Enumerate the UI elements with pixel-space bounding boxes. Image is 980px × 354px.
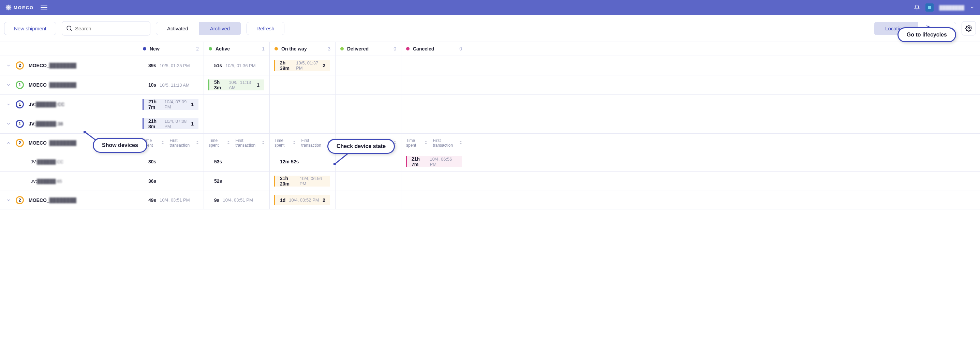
search-field[interactable] bbox=[62, 21, 150, 35]
toolbar: New shipment Activated Archived Refresh … bbox=[0, 15, 980, 42]
expand-icon[interactable] bbox=[6, 140, 11, 145]
time-spent: 21h 8m bbox=[148, 118, 161, 129]
timestamp: 10/4, 03:52 PM bbox=[289, 198, 319, 203]
status-badge: 1 bbox=[16, 81, 24, 89]
username: ████████ bbox=[939, 5, 964, 10]
expand-icon[interactable] bbox=[6, 83, 11, 87]
status-badge: 2 bbox=[16, 196, 24, 204]
device-row: JV:██████:65 36s 52s 21h 20m 10/4, 06:56… bbox=[0, 172, 980, 191]
top-nav: MOECO ████████ bbox=[0, 0, 980, 15]
tab-activated[interactable]: Activated bbox=[156, 22, 199, 35]
sort-time-spent[interactable]: Time spent bbox=[406, 138, 427, 148]
shipment-name[interactable]: MOECO_████████ bbox=[29, 82, 76, 88]
timestamp: 10/4, 07:08 PM bbox=[164, 119, 188, 129]
cell-count: 2 bbox=[323, 63, 325, 68]
callout-lifecycles: Go to lifecycles bbox=[897, 27, 956, 42]
time-spent: 10s bbox=[148, 82, 156, 88]
notifications-icon[interactable] bbox=[914, 5, 920, 11]
settings-button[interactable] bbox=[962, 21, 976, 35]
column-on-the-way[interactable]: On the way 3 bbox=[269, 42, 335, 56]
time-spent: 49s bbox=[148, 198, 156, 203]
time-spent: 9s bbox=[214, 198, 220, 203]
sort-first-transaction[interactable]: First transaction bbox=[235, 138, 265, 148]
time-spent: 36s bbox=[148, 179, 156, 184]
table-row: 1 MOECO_████████ 10s 10/5, 11:13 AM 5h 3… bbox=[0, 75, 980, 95]
timestamp: 10/5, 01:35 PM bbox=[159, 63, 189, 68]
dot-icon bbox=[340, 47, 344, 51]
dot-icon bbox=[209, 47, 212, 51]
svg-point-4 bbox=[968, 28, 970, 29]
expand-icon[interactable] bbox=[6, 63, 11, 68]
timestamp: 10/5, 01:37 PM bbox=[296, 61, 319, 70]
time-spent: 21h 7m bbox=[148, 99, 161, 110]
timestamp: 10/4, 03:51 PM bbox=[223, 198, 253, 203]
cell-count: 1 bbox=[191, 121, 194, 126]
timestamp: 10/5, 11:13 AM bbox=[159, 83, 189, 88]
status-filter: Activated Archived bbox=[156, 22, 241, 35]
refresh-button[interactable]: Refresh bbox=[247, 22, 285, 35]
column-active[interactable]: Active 1 bbox=[204, 42, 269, 56]
shipment-name[interactable]: MOECO_████████ bbox=[29, 63, 76, 68]
avatar[interactable] bbox=[926, 3, 934, 11]
callout-show-devices: Show devices bbox=[93, 138, 147, 153]
sort-time-spent[interactable]: Time spent bbox=[209, 138, 230, 148]
time-spent: 12m 52s bbox=[280, 159, 299, 164]
status-badge: 1 bbox=[16, 100, 24, 108]
chevron-down-icon[interactable] bbox=[970, 5, 975, 10]
table-row: 2 MOECO_████████ 49s 10/4, 03:51 PM 9s 1… bbox=[0, 191, 980, 209]
svg-line-3 bbox=[71, 29, 72, 30]
shipment-name[interactable]: MOECO_████████ bbox=[29, 140, 76, 146]
cell-count: 1 bbox=[257, 82, 259, 88]
column-canceled[interactable]: Canceled 0 bbox=[401, 42, 467, 56]
timestamp: 10/4, 07:09 PM bbox=[164, 99, 188, 110]
shipment-name[interactable]: JV:██████:CC bbox=[29, 102, 64, 107]
search-icon bbox=[66, 25, 72, 31]
shipment-name[interactable]: JV:██████:38 bbox=[29, 121, 63, 126]
svg-rect-1 bbox=[928, 6, 931, 9]
status-badge: 2 bbox=[16, 61, 24, 70]
expand-icon[interactable] bbox=[6, 102, 11, 107]
sort-first-transaction[interactable]: First transaction bbox=[433, 138, 462, 148]
dot-icon bbox=[143, 47, 146, 51]
sort-first-transaction[interactable]: First transaction bbox=[301, 138, 331, 148]
sort-first-transaction[interactable]: First transaction bbox=[169, 138, 199, 148]
expand-icon[interactable] bbox=[6, 121, 11, 126]
shipment-name[interactable]: MOECO_████████ bbox=[29, 198, 76, 203]
svg-point-2 bbox=[67, 26, 71, 30]
gear-icon bbox=[965, 25, 972, 32]
device-name[interactable]: JV:██████:CC bbox=[31, 159, 64, 164]
timestamp: 10/5, 11:13 AM bbox=[229, 80, 253, 90]
new-shipment-button[interactable]: New shipment bbox=[4, 22, 56, 35]
brand-logo[interactable]: MOECO bbox=[5, 5, 34, 11]
time-spent: 5h 3m bbox=[214, 80, 225, 90]
dot-icon bbox=[275, 47, 278, 51]
search-input[interactable] bbox=[75, 26, 146, 31]
cell-count: 1 bbox=[191, 102, 194, 107]
device-row: JV:██████:CC 30s 53s 12m 52s 21h 7m 10/4… bbox=[0, 152, 980, 172]
status-badge: 2 bbox=[16, 139, 24, 147]
callout-check-state: Check device state bbox=[327, 139, 395, 154]
menu-icon[interactable] bbox=[41, 5, 48, 10]
time-spent: 52s bbox=[214, 179, 222, 184]
column-headers: New 2 Active 1 On the way 3 Delivered 0 … bbox=[0, 42, 980, 56]
tab-archived[interactable]: Archived bbox=[199, 22, 241, 35]
expand-icon[interactable] bbox=[6, 198, 11, 203]
time-spent: 1d bbox=[280, 198, 285, 203]
time-spent: 30s bbox=[148, 159, 156, 164]
timestamp: 10/4, 03:51 PM bbox=[159, 198, 189, 203]
timestamp: 10/4, 06:56 PM bbox=[300, 176, 325, 186]
column-delivered[interactable]: Delivered 0 bbox=[335, 42, 401, 56]
time-spent: 2h 39m bbox=[280, 60, 293, 71]
cell-count: 2 bbox=[323, 198, 325, 203]
sort-time-spent[interactable]: Time spent bbox=[275, 138, 296, 148]
time-spent: 53s bbox=[214, 159, 222, 164]
dot-icon bbox=[406, 47, 409, 51]
device-name[interactable]: JV:██████:65 bbox=[31, 179, 62, 184]
table-row: 1 JV:██████:38 21h 8m 10/4, 07:08 PM 1 bbox=[0, 114, 980, 134]
table-row: 2 MOECO_████████ 39s 10/5, 01:35 PM 51s … bbox=[0, 56, 980, 75]
column-new[interactable]: New 2 bbox=[138, 42, 204, 56]
timestamp: 10/5, 01:36 PM bbox=[225, 63, 255, 68]
table-row: 1 JV:██████:CC 21h 7m 10/4, 07:09 PM 1 bbox=[0, 95, 980, 114]
status-badge: 1 bbox=[16, 120, 24, 128]
shipments-table: New 2 Active 1 On the way 3 Delivered 0 … bbox=[0, 42, 980, 209]
